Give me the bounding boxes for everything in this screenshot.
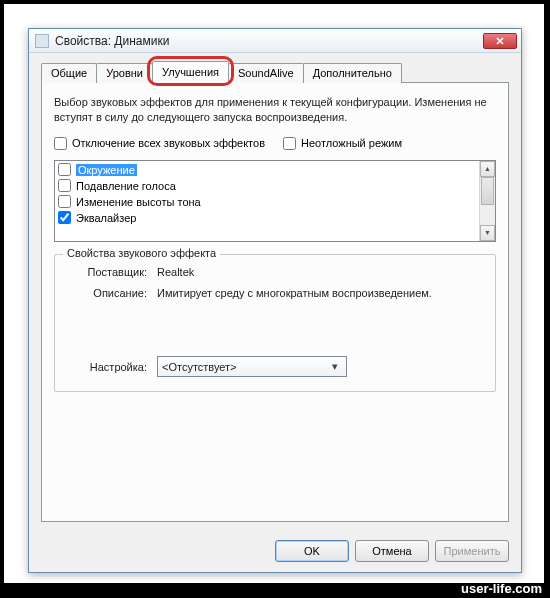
tab-soundalive[interactable]: SoundAlive [228, 63, 304, 83]
list-item-checkbox[interactable] [58, 163, 71, 176]
disable-all-effects-checkbox[interactable]: Отключение всех звуковых эффектов [54, 137, 265, 150]
vendor-value: Realtek [157, 265, 483, 280]
effects-listbox[interactable]: ОкружениеПодавление голосаИзменение высо… [54, 160, 496, 242]
panel-description: Выбор звуковых эффектов для применения к… [54, 95, 496, 125]
list-item-label: Окружение [76, 164, 137, 176]
scroll-track[interactable] [480, 177, 495, 225]
description-label: Описание: [67, 286, 157, 299]
list-item-label: Изменение высоты тона [76, 196, 201, 208]
scroll-thumb[interactable] [481, 177, 494, 206]
tab-general[interactable]: Общие [41, 63, 97, 83]
window-icon [35, 34, 49, 48]
tab-advanced[interactable]: Дополнительно [303, 63, 402, 83]
close-button[interactable] [483, 33, 517, 49]
tab-levels[interactable]: Уровни [96, 63, 153, 83]
vendor-label: Поставщик: [67, 265, 157, 278]
disable-all-effects-label: Отключение всех звуковых эффектов [72, 137, 265, 149]
setting-row: Настройка: <Отсутствует> ▾ [67, 356, 483, 377]
tab-enhancements[interactable]: Улучшения [152, 61, 229, 83]
list-item[interactable]: Изменение высоты тона [56, 194, 478, 210]
dialog-content: Общие Уровни Улучшения SoundAlive Дополн… [29, 53, 521, 532]
window-title: Свойства: Динамики [55, 34, 483, 48]
page-container: Свойства: Динамики Общие Уровни Улучшени… [4, 4, 544, 583]
top-options-row: Отключение всех звуковых эффектов Неотло… [54, 137, 496, 150]
setting-selected-value: <Отсутствует> [162, 361, 327, 373]
setting-combobox[interactable]: <Отсутствует> ▾ [157, 356, 347, 377]
effects-list-items: ОкружениеПодавление голосаИзменение высо… [55, 161, 479, 241]
description-row: Описание: Имитирует среду с многократным… [67, 286, 483, 301]
list-item-checkbox[interactable] [58, 211, 71, 224]
dialog-button-bar: OK Отмена Применить [275, 540, 509, 562]
apply-button[interactable]: Применить [435, 540, 509, 562]
titlebar: Свойства: Динамики [29, 29, 521, 53]
group-title: Свойства звукового эффекта [63, 247, 220, 259]
effect-properties-group: Свойства звукового эффекта Поставщик: Re… [54, 254, 496, 393]
setting-label: Настройка: [67, 360, 157, 373]
properties-dialog: Свойства: Динамики Общие Уровни Улучшени… [28, 28, 522, 573]
ok-button[interactable]: OK [275, 540, 349, 562]
urgent-mode-input[interactable] [283, 137, 296, 150]
list-item[interactable]: Подавление голоса [56, 178, 478, 194]
urgent-mode-checkbox[interactable]: Неотложный режим [283, 137, 402, 150]
list-item[interactable]: Окружение [56, 162, 478, 178]
list-item-label: Подавление голоса [76, 180, 176, 192]
close-icon [496, 37, 504, 45]
scroll-up-button[interactable]: ▲ [480, 161, 495, 177]
list-item-label: Эквалайзер [76, 212, 136, 224]
vendor-row: Поставщик: Realtek [67, 265, 483, 280]
disable-all-effects-input[interactable] [54, 137, 67, 150]
chevron-down-icon: ▾ [327, 359, 342, 374]
description-value: Имитирует среду с многократным воспроизв… [157, 286, 483, 301]
tab-strip: Общие Уровни Улучшения SoundAlive Дополн… [41, 63, 509, 83]
list-item-checkbox[interactable] [58, 195, 71, 208]
watermark: user-life.com [461, 581, 542, 596]
scroll-down-button[interactable]: ▼ [480, 225, 495, 241]
cancel-button[interactable]: Отмена [355, 540, 429, 562]
tab-panel: Выбор звуковых эффектов для применения к… [41, 82, 509, 522]
urgent-mode-label: Неотложный режим [301, 137, 402, 149]
listbox-scrollbar[interactable]: ▲ ▼ [479, 161, 495, 241]
list-item[interactable]: Эквалайзер [56, 210, 478, 226]
list-item-checkbox[interactable] [58, 179, 71, 192]
